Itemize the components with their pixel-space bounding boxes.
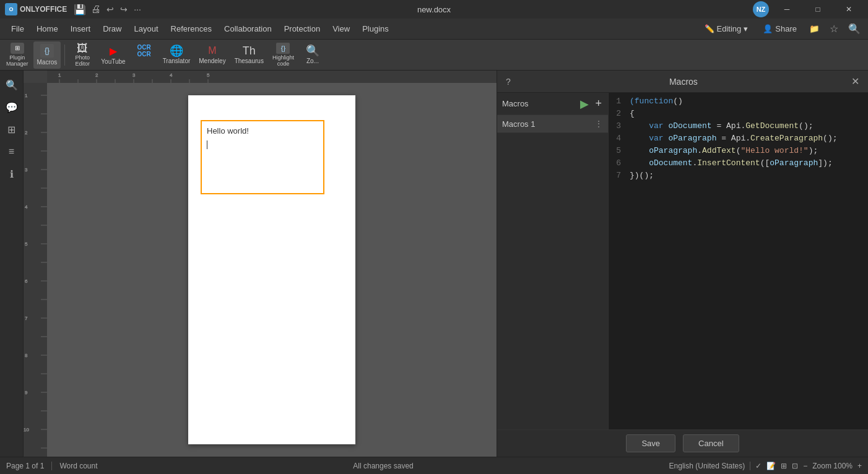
svg-text:2: 2 [25,130,28,136]
fit-page-icon[interactable]: ⊡ [792,462,798,470]
thesaurus-button[interactable]: Th Thesaurus [231,41,267,69]
save-status: All changes saved [105,462,662,470]
highlight-code-label: Highlightcode [272,55,294,67]
menu-view[interactable]: View [326,22,356,36]
mendeley-button[interactable]: M Mendeley [195,41,229,69]
menu-home[interactable]: Home [30,22,64,36]
doc-text-box[interactable]: Hello world! [201,120,324,194]
macros-add-button[interactable]: + [594,96,603,111]
ocr-button[interactable]: OCROCR . [131,41,158,69]
photo-editor-button[interactable]: 🖼 PhotoEditor [69,41,96,69]
close-button[interactable]: ✕ [835,0,863,19]
youtube-icon: ▶ [110,45,117,57]
ocr-icon: OCROCR [137,44,151,58]
macros-panel: ? Macros ✕ Macros ▶ + Macros 1 ⋮ [497,71,868,457]
avatar: NZ [753,1,769,17]
location-button[interactable]: 📁 [807,22,822,36]
thesaurus-label: Thesaurus [235,58,264,64]
toolbar: ⊞ PluginManager {} Macros 🖼 PhotoEditor … [0,40,868,71]
svg-rect-0 [47,71,497,83]
plugin-manager-button[interactable]: ⊞ PluginManager [2,41,32,69]
v-ruler-svg: 1 2 3 4 5 [24,83,47,457]
zoom-label: Zo... [306,58,319,64]
svg-text:6: 6 [25,278,28,284]
editing-chevron: ▾ [744,24,748,33]
zoom-label: Zoom 100% [812,462,853,470]
sidebar-item-search[interactable]: 🔍 [2,75,21,94]
spell-check-icon[interactable]: ✓ [755,462,762,470]
translator-button[interactable]: 🌐 Translator [159,41,194,69]
maximize-button[interactable]: □ [804,0,832,19]
macros-footer: Save Cancel [497,429,868,457]
status-sep-1 [51,462,52,470]
macros-help-button[interactable]: ? [505,75,512,88]
language-label[interactable]: English (United States) [669,462,745,470]
macros-item-more-button[interactable]: ⋮ [594,119,603,129]
share-icon: 👤 [763,24,773,33]
quick-access: 💾 🖨 ↩ ↪ ··· [72,2,144,17]
doc-cursor-line [207,140,318,149]
save-macro-button[interactable]: Save [626,434,675,452]
track-changes-icon[interactable]: 📝 [766,462,776,470]
word-count-label[interactable]: Word count [59,462,97,470]
zoom-button[interactable]: 🔍 Zo... [299,41,326,69]
canvas-area: 1 2 3 4 5 [24,83,497,457]
code-line-7: 7 })(); [609,170,868,182]
menu-references[interactable]: References [165,22,218,36]
sidebar-item-info[interactable]: ℹ [2,165,21,183]
line-content-6: oDocument.InsertContent([oParagraph]); [627,157,868,170]
line-content-4: var oParagraph = Api.CreateParagraph(); [627,132,868,145]
svg-rect-15 [24,83,47,457]
line-content-5: oParagraph.AddText("Hello world!"); [627,145,868,157]
menu-layout[interactable]: Layout [128,22,165,36]
cancel-macro-button[interactable]: Cancel [683,434,739,452]
toolbar-separator-1 [64,45,65,66]
translator-icon: 🌐 [170,45,183,56]
menu-file[interactable]: File [5,22,30,36]
macros-close-button[interactable]: ✕ [850,74,861,88]
layout-icon[interactable]: ⊞ [781,462,787,470]
code-line-6: 6 oDocument.InsertContent([oParagraph]); [609,157,868,170]
share-button[interactable]: 👤 Share [758,22,802,36]
svg-text:3: 3 [132,72,136,78]
svg-text:4: 4 [170,72,173,78]
editor-area: 1 2 3 4 5 [24,71,497,457]
line-content-3: var oDocument = Api.GetDocument(); [627,120,868,132]
menu-collaboration[interactable]: Collaboration [218,22,278,36]
menu-insert[interactable]: Insert [64,22,97,36]
sidebar-item-table[interactable]: ⊞ [2,120,21,139]
more-button[interactable]: ··· [131,3,144,15]
menu-draw[interactable]: Draw [97,22,128,36]
print-button[interactable]: 🖨 [89,2,103,17]
macros-button[interactable]: {} Macros [33,41,61,69]
mendeley-icon: M [208,45,216,56]
youtube-button[interactable]: ▶ YouTube [97,41,129,69]
redo-button[interactable]: ↪ [118,3,130,15]
sidebar-item-list[interactable]: ≡ [2,142,21,161]
doc-page[interactable]: Hello world! [188,95,355,444]
svg-text:5: 5 [207,72,210,78]
macros-list-item-1[interactable]: Macros 1 ⋮ [497,115,608,133]
save-button[interactable]: 💾 [72,2,88,17]
zoom-in-icon[interactable]: + [857,462,862,470]
svg-text:5: 5 [25,241,28,247]
macros-list-panel: Macros ▶ + Macros 1 ⋮ [497,93,609,429]
title-bar-left: O ONLYOFFICE 💾 🖨 ↩ ↪ ··· [5,2,144,17]
highlight-code-button[interactable]: {} Highlightcode [269,41,298,69]
minimize-button[interactable]: ─ [773,0,801,19]
menu-plugins[interactable]: Plugins [356,22,395,36]
sidebar-item-comment[interactable]: 💬 [2,98,21,116]
zoom-icon: 🔍 [306,45,319,56]
macros-item-1-label: Macros 1 [502,119,594,129]
zoom-out-icon[interactable]: − [803,462,807,470]
line-num-6: 6 [609,157,627,170]
left-sidebar: 🔍 💬 ⊞ ≡ ℹ [0,71,24,457]
undo-button[interactable]: ↩ [104,3,116,15]
code-editor[interactable]: 1 (function() 2 { 3 var oDocument = Api.… [609,93,868,429]
menu-protection[interactable]: Protection [278,22,327,36]
favorite-button[interactable]: ☆ [827,20,841,37]
editing-button[interactable]: ✏️ Editing ▾ [700,22,753,36]
vertical-ruler: 1 2 3 4 5 [24,83,47,457]
search-button[interactable]: 🔍 [846,20,863,37]
macros-run-button[interactable]: ▶ [579,96,590,112]
